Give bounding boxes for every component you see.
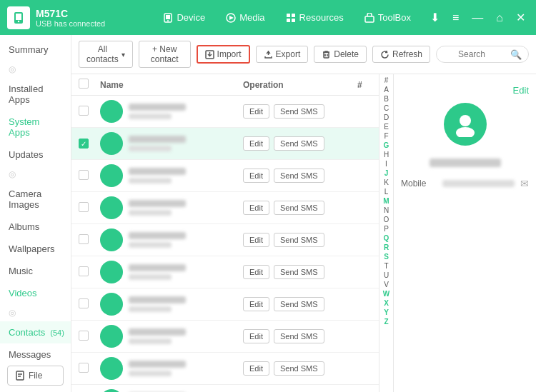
row-checkbox-7[interactable] (79, 298, 89, 308)
alpha-letter-Z[interactable]: Z (384, 317, 388, 326)
detail-edit-button[interactable]: Edit (513, 85, 529, 96)
table-header: Name Operation # (71, 74, 379, 96)
alpha-letter-J[interactable]: J (384, 169, 389, 178)
svg-point-2 (18, 20, 19, 21)
select-all-checkbox[interactable] (79, 79, 89, 89)
nav-resources[interactable]: Resources (277, 9, 352, 26)
edit-btn-2[interactable]: Edit (243, 136, 269, 151)
file-button[interactable]: File (7, 366, 64, 386)
row-checkbox-6[interactable] (79, 266, 89, 276)
row-checkbox-2[interactable]: ✓ (79, 139, 89, 149)
alpha-letter-X[interactable]: X (384, 298, 389, 308)
sidebar-item-contacts[interactable]: Contacts (54) (0, 321, 71, 343)
alpha-letter-Y[interactable]: Y (384, 308, 389, 317)
close-btn[interactable]: ✕ (512, 9, 529, 26)
contact-avatar (100, 164, 123, 187)
download-btn[interactable]: ⬇ (427, 9, 443, 26)
send-sms-btn-4[interactable]: Send SMS (274, 201, 324, 215)
all-contacts-btn[interactable]: All contacts ▾ (79, 41, 133, 68)
sidebar-item-albums[interactable]: Albums (0, 216, 71, 238)
alpha-letter-#[interactable]: # (384, 76, 389, 85)
sidebar-item-installed-apps[interactable]: Installed Apps (0, 78, 71, 111)
alpha-letter-A[interactable]: A (384, 85, 389, 94)
edit-btn-5[interactable]: Edit (243, 233, 269, 247)
header-alpha: # (357, 80, 372, 90)
contact-avatar (100, 100, 123, 123)
nav-media[interactable]: Media (217, 9, 273, 26)
alpha-letter-V[interactable]: V (384, 280, 389, 289)
toolbar: All contacts ▾ + New contact Import Expo… (71, 35, 536, 74)
contact-info (129, 136, 243, 151)
alpha-letter-E[interactable]: E (384, 122, 389, 131)
edit-btn-4[interactable]: Edit (243, 201, 269, 215)
alpha-letter-L[interactable]: L (384, 187, 389, 196)
edit-btn-8[interactable]: Edit (243, 329, 269, 343)
import-btn[interactable]: Import (197, 45, 250, 64)
home-btn[interactable]: ⌂ (492, 10, 507, 26)
send-sms-btn-9[interactable]: Send SMS (274, 361, 324, 376)
nav-device[interactable]: Device (154, 9, 214, 26)
new-contact-btn[interactable]: + New contact (139, 41, 191, 68)
alpha-letter-R[interactable]: R (384, 243, 389, 252)
alpha-letter-S[interactable]: S (384, 252, 389, 261)
sidebar-item-system-apps[interactable]: System Apps (0, 111, 71, 144)
export-btn[interactable]: Export (256, 46, 309, 63)
edit-btn-6[interactable]: Edit (243, 265, 269, 279)
sidebar-item-messages[interactable]: Messages (0, 343, 71, 366)
row-checkbox-3[interactable] (79, 170, 89, 180)
alpha-letter-O[interactable]: O (384, 215, 389, 224)
row-checkbox-9[interactable] (79, 363, 89, 373)
send-sms-btn-1[interactable]: Send SMS (274, 104, 324, 119)
send-sms-btn-5[interactable]: Send SMS (274, 233, 324, 247)
alpha-letter-D[interactable]: D (384, 113, 389, 122)
row-checkbox-1[interactable] (79, 106, 89, 116)
sidebar-item-music[interactable]: Music (0, 260, 71, 282)
alpha-letter-Q[interactable]: Q (384, 233, 389, 243)
send-sms-btn-8[interactable]: Send SMS (274, 329, 324, 343)
edit-btn-9[interactable]: Edit (243, 361, 269, 376)
detail-mobile-field: Mobile ✉ (401, 178, 529, 189)
edit-btn-7[interactable]: Edit (243, 297, 269, 311)
minimize-btn[interactable]: — (468, 10, 487, 26)
send-sms-btn-7[interactable]: Send SMS (274, 297, 324, 311)
sidebar-item-videos[interactable]: Videos (0, 282, 71, 304)
alpha-letter-B[interactable]: B (384, 94, 389, 104)
sidebar-item-wallpapers[interactable]: Wallpapers (0, 238, 71, 260)
device-status: USB has connected (36, 19, 105, 28)
alpha-letter-K[interactable]: K (384, 178, 389, 187)
alpha-letter-U[interactable]: U (384, 271, 389, 280)
edit-btn-3[interactable]: Edit (243, 169, 269, 183)
menu-btn[interactable]: ≡ (449, 10, 462, 26)
alpha-letter-T[interactable]: T (384, 261, 388, 271)
table-row: Edit Send SMS (71, 224, 379, 256)
contact-name (129, 232, 186, 239)
alpha-letter-F[interactable]: F (384, 131, 388, 141)
alpha-letter-G[interactable]: G (384, 141, 389, 150)
send-sms-btn-3[interactable]: Send SMS (274, 169, 324, 183)
alpha-letter-N[interactable]: N (384, 206, 389, 215)
alpha-letter-C[interactable]: C (384, 104, 389, 113)
sidebar-item-camera[interactable]: Camera Images (0, 183, 71, 216)
edit-btn-1[interactable]: Edit (243, 104, 269, 119)
contact-avatar (100, 325, 123, 348)
alpha-letter-H[interactable]: H (384, 150, 389, 159)
sidebar-item-updates[interactable]: Updates (0, 144, 71, 166)
alpha-letter-I[interactable]: I (385, 159, 387, 169)
contact-info (129, 168, 243, 184)
row-checkbox-5[interactable] (79, 234, 89, 244)
alpha-letter-P[interactable]: P (384, 224, 389, 233)
sidebar-item-summary[interactable]: Summary (0, 39, 71, 61)
alpha-letter-W[interactable]: W (383, 289, 389, 298)
alpha-index: #ABCDEFGHIJKLMNOPQRSTUVWXYZ (379, 74, 393, 392)
row-checkbox-4[interactable] (79, 202, 89, 212)
svg-rect-10 (287, 19, 290, 22)
row-checkbox-8[interactable] (79, 331, 89, 341)
refresh-btn[interactable]: Refresh (372, 46, 430, 63)
nav-toolbox[interactable]: ToolBox (356, 9, 420, 26)
table-row: Edit Send SMS (71, 353, 379, 385)
send-sms-btn-6[interactable]: Send SMS (274, 265, 324, 279)
send-sms-btn-2[interactable]: Send SMS (274, 136, 324, 151)
alpha-letter-M[interactable]: M (383, 196, 389, 206)
delete-btn[interactable]: Delete (314, 46, 367, 63)
detail-panel: Edit Mobile ✉ (393, 74, 536, 392)
